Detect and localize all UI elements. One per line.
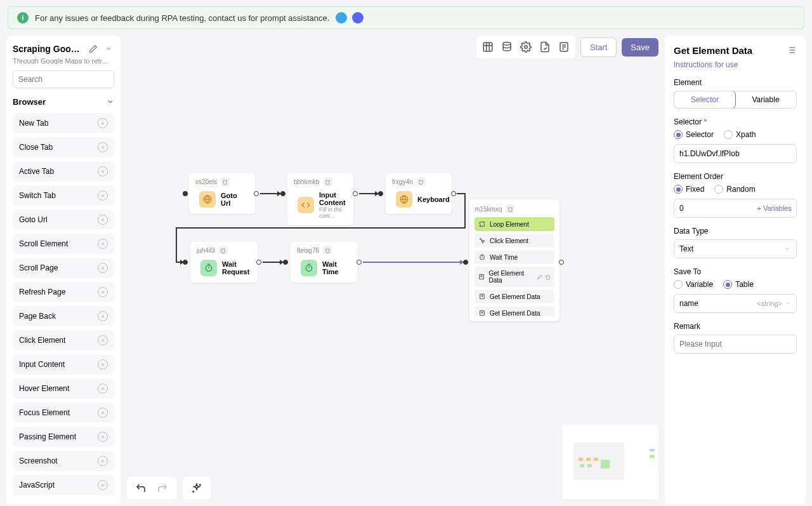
plus-icon[interactable]: + [98,408,108,418]
node-type-item[interactable]: New Tab+ [13,113,114,133]
node-goto-url[interactable]: xs20els Goto Url [189,173,255,214]
database-icon[interactable] [499,39,514,55]
delete-icon[interactable] [417,177,426,186]
node-keyboard[interactable]: frxgy4n Keyboard [386,173,452,214]
node-type-item[interactable]: Page Back+ [13,306,114,326]
timer-icon [301,260,317,276]
plus-icon[interactable]: + [98,263,108,273]
plus-icon[interactable]: + [98,287,108,297]
table-icon[interactable] [480,39,495,55]
chevron-down-icon [107,98,114,105]
datatype-select[interactable]: Text [674,239,797,258]
plus-icon[interactable]: + [98,480,108,490]
loop-child-item[interactable]: Get Element Data [475,306,554,316]
delete-icon[interactable] [323,246,332,255]
seg-variable[interactable]: Variable [735,91,796,108]
delete-icon[interactable] [545,274,551,280]
toolbar-icons [476,36,575,58]
node-type-item[interactable]: Close Tab+ [13,137,114,157]
node-type-item[interactable]: Screenshot+ [13,451,114,471]
node-type-item[interactable]: Hover Element+ [13,378,114,399]
plus-icon[interactable]: + [98,118,108,128]
node-type-item[interactable]: Switch Tab+ [13,185,114,206]
notes-icon[interactable] [556,39,572,55]
save-button[interactable]: Save [622,38,658,57]
node-type-item[interactable]: Click Element+ [13,330,114,350]
minimap[interactable] [562,425,658,500]
redo-icon[interactable] [155,481,170,496]
selector-input[interactable] [674,144,797,163]
node-input-content[interactable]: bbhkmkb Input ContentFill in the cont... [287,173,353,225]
svg-point-34 [193,491,194,493]
radio-save-variable[interactable]: Variable [674,280,713,289]
start-button[interactable]: Start [580,37,617,57]
search-input[interactable] [13,70,114,88]
discord-icon[interactable] [352,12,363,23]
plus-icon[interactable]: + [98,335,108,345]
sidebar: Scraping Google... Through Google Maps t… [6,36,121,505]
edit-icon[interactable] [88,43,99,55]
delete-icon[interactable] [506,204,514,213]
undo-icon[interactable] [133,481,148,496]
loop-child-item[interactable]: Loop Element [475,217,554,231]
delete-icon[interactable] [324,177,332,186]
node-wait-request[interactable]: juh4il3 Wait Request [190,242,258,283]
radio-selector[interactable]: Selector [674,130,714,139]
node-type-item[interactable]: Goto Url+ [13,210,114,230]
svg-rect-0 [483,43,492,51]
node-type-item[interactable]: Scroll Element+ [13,234,114,254]
export-icon[interactable] [537,39,553,55]
node-loop[interactable]: m15kmxq Loop ElementClick ElementWait Ti… [469,199,560,321]
node-type-item[interactable]: JavaScript+ [13,475,114,495]
telegram-icon[interactable] [336,12,347,23]
variables-link[interactable]: + Variables [757,204,792,212]
node-type-item[interactable]: Passing Element+ [13,427,114,447]
save-target-select[interactable]: name <string> [674,294,797,313]
notification-bar: i For any issues or feedback during RPA … [8,6,804,29]
timer-icon [200,260,217,276]
node-type-item[interactable]: Input Content+ [13,354,114,375]
list-icon[interactable] [785,44,797,56]
plus-icon[interactable]: + [98,239,108,249]
loop-child-item[interactable]: Click Element [475,234,554,248]
plus-icon[interactable]: + [98,190,108,201]
sparkle-icon[interactable] [189,481,204,496]
plus-icon[interactable]: + [98,311,108,321]
plus-icon[interactable]: + [98,432,108,442]
plus-icon[interactable]: + [98,142,108,152]
radio-fixed[interactable]: Fixed [674,185,704,194]
radio-random[interactable]: Random [714,185,755,194]
section-browser[interactable]: Browser [13,96,114,108]
node-type-item[interactable]: Scroll Page+ [13,258,114,278]
plus-icon[interactable]: + [98,456,108,466]
node-type-item[interactable]: Active Tab+ [13,161,114,182]
plus-icon[interactable]: + [98,215,108,225]
svg-point-20 [480,255,485,260]
chevron-up-icon[interactable] [103,43,114,55]
radio-xpath[interactable]: Xpath [724,130,756,139]
element-mode-segment[interactable]: Selector Variable [674,91,797,109]
seg-selector[interactable]: Selector [674,91,736,109]
globe-icon [396,191,412,208]
script-title: Scraping Google... [13,44,84,54]
edit-icon[interactable] [537,274,542,280]
instructions-link[interactable]: Instructions for use [674,60,738,69]
delete-icon[interactable] [221,177,230,186]
loop-child-item[interactable]: Get Element Data [475,290,554,303]
loop-child-item[interactable]: Get Element Data [475,267,554,287]
plus-icon[interactable]: + [98,383,108,394]
remark-input[interactable] [674,335,797,354]
node-type-item[interactable]: Focus Element+ [13,403,114,423]
notification-text: For any issues or feedback during RPA te… [35,13,329,23]
plus-icon[interactable]: + [98,166,108,176]
plus-icon[interactable]: + [98,359,108,370]
node-type-item[interactable]: Refresh Page+ [13,282,114,302]
radio-save-table[interactable]: Table [723,280,754,289]
node-wait-time[interactable]: 8eisg76 Wait Time [291,242,358,283]
delete-icon[interactable] [219,246,228,255]
loop-child-item[interactable]: Wait Time [475,250,554,264]
globe-icon [199,191,216,208]
gear-icon[interactable] [518,39,534,55]
canvas[interactable]: Start Save xs20els Goto Url bbhkmkb Inpu… [127,36,658,505]
code-icon [298,197,314,213]
